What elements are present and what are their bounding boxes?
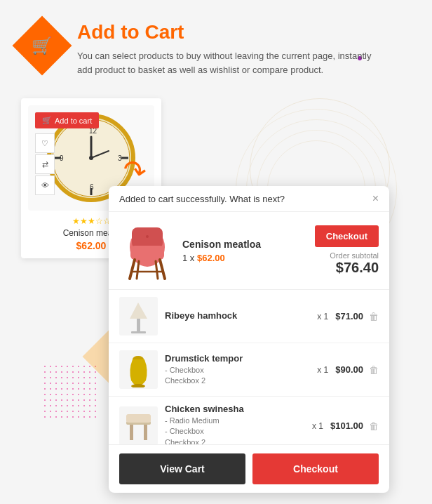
side-actions: ♡ ⇄ 👁 xyxy=(35,133,55,195)
header: 🛒 Add to Cart You can select products to… xyxy=(0,0,432,84)
popup-items-list: Ribeye hamhock x 1 $71.00 🗑 Drumstick te… xyxy=(109,290,389,444)
cart-popup: Added to cart successfully. What is next… xyxy=(109,186,389,493)
list-item: Ribeye hamhock x 1 $71.00 🗑 xyxy=(109,290,389,343)
svg-line-19 xyxy=(156,261,158,279)
list-item: Chicken swinesha - Radio Medium - Checkb… xyxy=(109,397,389,444)
popup-main-item-details: Cenison meatloa 1 x $62.00 xyxy=(182,239,315,263)
view-cart-button[interactable]: View Cart xyxy=(119,453,245,484)
popup-main-item-name: Cenison meatloa xyxy=(182,239,315,250)
qty-x: x xyxy=(190,253,197,263)
item3-price: $101.00 xyxy=(330,420,363,431)
add-to-cart-label: Add to cart xyxy=(55,117,92,125)
item2-image xyxy=(119,350,158,389)
popup-subtotal-value: $76.40 xyxy=(330,260,379,276)
item3-image xyxy=(119,406,158,444)
svg-line-17 xyxy=(160,260,165,279)
checkout-footer-button[interactable]: Checkout xyxy=(252,453,379,484)
popup-main-item-price: $62.00 xyxy=(197,253,225,263)
popup-main-item-qty-price: 1 x $62.00 xyxy=(182,253,315,263)
item2-delete-button[interactable]: 🗑 xyxy=(369,364,379,376)
item1-name: Ribeye hamhock xyxy=(165,310,310,321)
item2-info: Drumstick tempor - Checkbox Checkbox 2 xyxy=(165,353,310,387)
bg-dots-pink xyxy=(42,364,98,420)
popup-main-item-qty: 1 xyxy=(182,253,187,263)
item1-delete-button[interactable]: 🗑 xyxy=(369,311,379,322)
compare-button[interactable]: ⇄ xyxy=(35,154,55,174)
item1-qty: x 1 xyxy=(317,312,328,321)
popup-header-text: Added to cart successfully. What is next… xyxy=(119,194,285,204)
svg-rect-28 xyxy=(126,414,151,423)
quickview-button[interactable]: 👁 xyxy=(35,175,55,195)
chair-image xyxy=(119,219,175,282)
popup-footer: View Cart Checkout xyxy=(109,444,389,493)
popup-subtotal-label: Order subtotal xyxy=(330,251,379,260)
wishlist-button[interactable]: ♡ xyxy=(35,133,55,153)
svg-text:9: 9 xyxy=(60,154,64,162)
popup-subtotal: Order subtotal $76.40 xyxy=(330,251,379,276)
page-title: Add to Cart xyxy=(77,21,372,44)
svg-text:3: 3 xyxy=(118,154,122,162)
header-text: Add to Cart You can select products to b… xyxy=(77,21,372,77)
page-description: You can select products to buy without l… xyxy=(77,49,372,77)
svg-rect-15 xyxy=(130,246,164,260)
popup-header: Added to cart successfully. What is next… xyxy=(109,186,389,212)
popup-main-item-row: Cenison meatloa 1 x $62.00 Checkout Orde… xyxy=(109,212,389,290)
cart-btn-icon: 🛒 xyxy=(42,116,52,125)
item2-variant: - Checkbox Checkbox 2 xyxy=(165,365,310,387)
svg-point-26 xyxy=(131,384,145,387)
item3-name: Chicken swinesha xyxy=(165,404,305,414)
svg-rect-23 xyxy=(137,319,140,331)
list-item: Drumstick tempor - Checkbox Checkbox 2 x… xyxy=(109,343,389,397)
item3-variant: - Radio Medium - Checkbox Checkbox 2 xyxy=(165,416,305,444)
svg-point-21 xyxy=(146,235,149,238)
item3-qty: x 1 xyxy=(312,421,323,431)
popup-close-button[interactable]: × xyxy=(372,193,379,204)
svg-line-18 xyxy=(137,261,139,279)
svg-rect-30 xyxy=(144,425,147,440)
cart-icon-symbol: 🛒 xyxy=(32,36,53,55)
item1-info: Ribeye hamhock xyxy=(165,310,310,322)
item3-info: Chicken swinesha - Radio Medium - Checkb… xyxy=(165,404,305,444)
svg-line-16 xyxy=(130,260,135,279)
item1-image xyxy=(119,297,158,336)
cart-icon-diamond: 🛒 xyxy=(13,16,72,76)
item3-delete-button[interactable]: 🗑 xyxy=(369,420,379,432)
add-to-cart-button[interactable]: 🛒 Add to cart xyxy=(35,112,99,128)
svg-marker-22 xyxy=(130,303,147,319)
svg-text:6: 6 xyxy=(90,183,94,191)
popup-top-right: Checkout Order subtotal $76.40 xyxy=(315,225,379,276)
popup-checkout-button[interactable]: Checkout xyxy=(315,225,379,247)
svg-point-12 xyxy=(89,156,93,160)
item1-price: $71.00 xyxy=(335,311,363,321)
svg-rect-29 xyxy=(130,425,133,440)
item2-name: Drumstick tempor xyxy=(165,353,310,364)
item2-qty: x 1 xyxy=(317,365,328,375)
svg-rect-24 xyxy=(131,331,146,333)
item2-price: $90.00 xyxy=(335,364,363,375)
